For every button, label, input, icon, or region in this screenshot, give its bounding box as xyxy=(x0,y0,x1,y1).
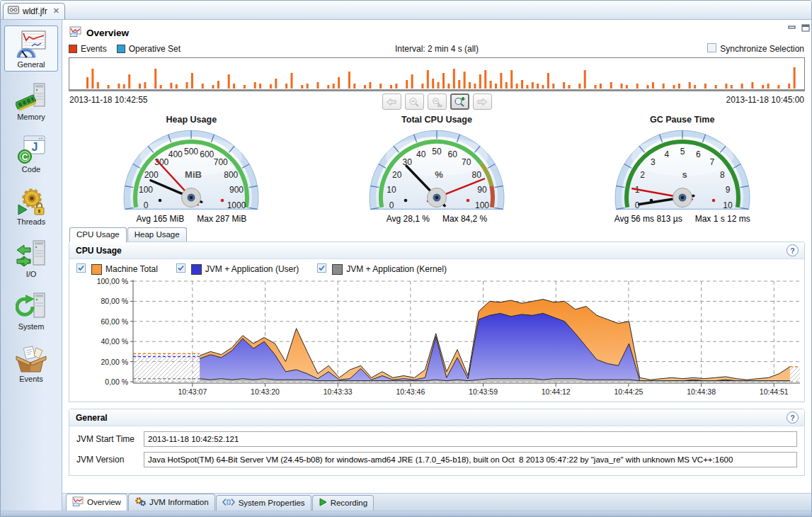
svg-text:0: 0 xyxy=(389,200,394,210)
window-bottom-frame xyxy=(1,511,811,516)
timeline-zoom-range-button[interactable] xyxy=(428,93,447,110)
cpu-help-icon[interactable]: ? xyxy=(787,244,799,256)
bottom-tab-label: Recording xyxy=(331,499,367,507)
legend-swatch xyxy=(117,45,125,53)
timeline-zoom-in-button[interactable] xyxy=(450,93,469,110)
overview-header-icon xyxy=(69,26,81,39)
svg-text:70: 70 xyxy=(462,157,471,167)
bottom-tab-jvm-information[interactable]: JVM Information xyxy=(128,494,215,511)
sidebar-item-memory[interactable]: Memory xyxy=(4,78,58,124)
sidebar-item-system[interactable]: System xyxy=(4,288,58,334)
general-fields: JVM Start Time JVM Version xyxy=(69,426,804,475)
svg-text:0,00 %: 0,00 % xyxy=(105,377,128,386)
gauge-total-cpu-usage: Total CPU Usage0102030405060708090100%Av… xyxy=(314,115,560,224)
gauges-row: Heap Usage010020030040050060070080090010… xyxy=(69,115,805,224)
timeline-strip[interactable] xyxy=(69,57,805,91)
svg-text:3: 3 xyxy=(651,157,656,167)
editor-tab-wldf[interactable]: wldf.jfr ✕ xyxy=(3,3,65,19)
bottom-tab-overview[interactable]: Overview xyxy=(66,494,127,511)
svg-text:100: 100 xyxy=(475,200,489,210)
minimize-view-icon[interactable] xyxy=(788,22,796,35)
sidebar-item-label: General xyxy=(6,60,57,69)
chart-tabs: CPU UsageHeap Usage xyxy=(69,227,805,242)
timeline-legend-row: EventsOperative Set Interval: 2 min 4 s … xyxy=(69,42,805,56)
maximize-view-icon[interactable] xyxy=(801,22,810,35)
svg-text:60: 60 xyxy=(448,149,458,159)
series-checkbox[interactable] xyxy=(317,263,326,275)
cpu-series-legend: Machine TotalJVM + Application (User)JVM… xyxy=(69,259,804,275)
series-toggle-jvm-application-user-[interactable]: JVM + Application (User) xyxy=(176,263,299,275)
svg-text:10:43:20: 10:43:20 xyxy=(251,387,280,396)
sidebar-item-threads[interactable]: Threads xyxy=(4,183,58,229)
synchronize-selection[interactable]: Synchronize Selection xyxy=(707,43,804,55)
timeline-legend: EventsOperative Set xyxy=(69,44,190,54)
sidebar: GeneralMemoryJCCodeThreadsI/OSystemEvent… xyxy=(1,20,62,511)
synchronize-checkbox[interactable] xyxy=(707,43,716,55)
svg-text:8: 8 xyxy=(720,170,725,180)
series-label: JVM + Application (Kernel) xyxy=(346,264,447,274)
jvm-version-field[interactable] xyxy=(144,452,797,467)
svg-text:20,00 %: 20,00 % xyxy=(101,358,128,366)
sidebar-item-label: Threads xyxy=(6,217,57,226)
svg-text:C: C xyxy=(22,152,28,162)
bottom-tab-system-properties[interactable]: System Properties xyxy=(216,495,311,511)
svg-text:2: 2 xyxy=(640,170,645,180)
timeline-nav-buttons xyxy=(69,93,805,110)
cpu-section-title: CPU Usage xyxy=(76,246,122,256)
gauge-dial: 0102030405060708090100% xyxy=(348,127,525,210)
svg-text:50: 50 xyxy=(432,147,442,157)
timeline-forward-button[interactable] xyxy=(473,93,492,110)
view-buttons xyxy=(788,22,810,35)
jvm-start-time-field[interactable] xyxy=(144,431,797,447)
page-title: Overview xyxy=(86,28,129,38)
svg-text:s: s xyxy=(682,169,687,180)
jvm-version-label: JVM Version xyxy=(76,455,144,465)
series-label: JVM + Application (User) xyxy=(205,264,299,274)
tab-cpu-usage[interactable]: CPU Usage xyxy=(69,227,127,242)
sidebar-item-code[interactable]: JCCode xyxy=(4,130,58,176)
gauge-avg-value: Avg 56 ms 813 µs xyxy=(614,214,682,224)
svg-text:800: 800 xyxy=(224,170,239,180)
svg-text:10:44:51: 10:44:51 xyxy=(760,387,789,396)
bottom-tab-label: System Properties xyxy=(239,499,305,507)
svg-text:10:43:46: 10:43:46 xyxy=(396,387,425,396)
sidebar-item-label: System xyxy=(6,322,57,331)
sidebar-item-io[interactable]: I/O xyxy=(4,235,58,281)
svg-text:100: 100 xyxy=(139,185,153,195)
gauge-avg-value: Avg 28,1 % xyxy=(387,214,430,224)
series-toggle-jvm-application-kernel-[interactable]: JVM + Application (Kernel) xyxy=(317,263,447,275)
sidebar-item-general[interactable]: General xyxy=(4,25,58,72)
jvm-version-row: JVM Version xyxy=(76,452,797,467)
svg-text:MiB: MiB xyxy=(185,169,202,180)
svg-text:200: 200 xyxy=(144,170,159,180)
tab-heap-usage[interactable]: Heap Usage xyxy=(127,227,187,242)
flight-recording-icon xyxy=(8,6,19,16)
close-tab-icon[interactable]: ✕ xyxy=(53,6,59,16)
series-checkbox[interactable] xyxy=(176,263,185,275)
gauge-title: GC Pause Time xyxy=(559,115,805,127)
svg-text:100,00 %: 100,00 % xyxy=(97,277,128,285)
series-label: Machine Total xyxy=(105,264,158,274)
svg-text:10:43:33: 10:43:33 xyxy=(324,387,353,396)
editor-tab-strip: wldf.jfr ✕ xyxy=(1,1,811,20)
sidebar-item-events[interactable]: Events xyxy=(4,340,58,386)
overview-page: Overview EventsOperative Set Interval: 2… xyxy=(62,20,811,511)
svg-text:900: 900 xyxy=(229,185,244,195)
general-help-icon[interactable]: ? xyxy=(787,411,799,424)
svg-text:10:44:38: 10:44:38 xyxy=(687,387,716,396)
svg-text:500: 500 xyxy=(184,147,198,157)
svg-text:10:43:59: 10:43:59 xyxy=(469,387,498,396)
cpu-chart: 0,00 %20,00 %40,00 %60,00 %80,00 %100,00… xyxy=(69,275,804,399)
sysprops-tab-icon xyxy=(222,498,235,508)
series-checkbox[interactable] xyxy=(76,263,86,275)
bottom-tab-recording[interactable]: Recording xyxy=(312,495,374,511)
svg-text:6: 6 xyxy=(696,149,701,159)
series-toggle-machine-total[interactable]: Machine Total xyxy=(76,263,158,275)
timeline-zoom-out-button[interactable] xyxy=(405,93,424,110)
svg-text:20: 20 xyxy=(392,170,402,180)
timeline-back-button[interactable] xyxy=(382,93,401,110)
jmc-window: wldf.jfr ✕ GeneralMemoryJCCodeThreadsI/O… xyxy=(0,0,812,517)
svg-text:90: 90 xyxy=(477,185,487,195)
gauge-stats: Avg 28,1 %Max 84,2 % xyxy=(314,214,560,224)
svg-text:40: 40 xyxy=(416,149,426,159)
